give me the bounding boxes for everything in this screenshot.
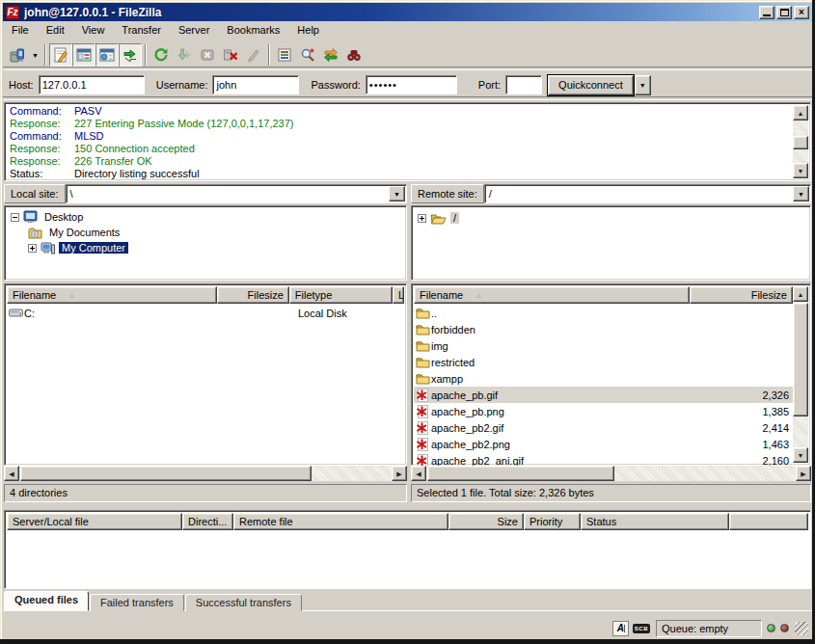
scroll-left-button[interactable]: ◀ [411,466,426,481]
find-files-button[interactable] [342,43,366,67]
tree-item-my-computer[interactable]: My Computer [11,240,406,255]
desktop-icon [23,210,38,224]
port-input[interactable] [505,75,542,94]
combo-dropdown-button[interactable]: ▼ [793,186,809,201]
menu-file[interactable]: File [3,22,38,38]
remote-hscrollbar[interactable]: ◀ ▶ [411,466,811,481]
remote-file-row[interactable]: restricted [414,354,793,370]
toggle-message-log-button[interactable] [49,43,72,67]
menu-bookmarks[interactable]: Bookmarks [218,22,288,38]
synchronized-browsing-button[interactable] [319,43,342,67]
menu-server[interactable]: Server [170,22,218,38]
tree-item-my-documents[interactable]: My Documents [11,225,406,240]
column-header-remote-file[interactable]: Remote file [233,513,448,530]
scroll-down-button[interactable]: ▼ [793,447,808,463]
toggle-remote-tree-button[interactable] [95,43,119,67]
activity-led-green-icon [767,624,775,632]
remote-file-row[interactable]: apache_pb2.png1,463 [414,436,793,452]
scrollbar-thumb[interactable] [427,466,614,481]
resize-grip[interactable] [795,622,808,635]
remote-file-row[interactable]: apache_pb.png1,385 [414,403,793,419]
column-header-filetype[interactable]: Filetype [289,286,393,304]
process-queue-button[interactable] [173,43,196,67]
log-scrollbar[interactable]: ▲ ▼ [793,105,808,178]
menu-view[interactable]: View [73,22,114,38]
column-header-blank[interactable] [729,513,808,530]
filter-button[interactable] [273,43,296,67]
column-header-status[interactable]: Status [581,513,729,530]
scroll-right-button[interactable]: ▶ [796,466,811,481]
host-input[interactable] [39,75,145,94]
scroll-left-button[interactable]: ◀ [4,466,19,481]
column-header-local-file[interactable]: Server/Local file [7,513,182,530]
maximize-button[interactable] [776,6,792,19]
remote-file-row[interactable]: img [414,337,793,354]
toggle-local-tree-button[interactable] [72,43,95,67]
tree-item-root[interactable]: / [418,210,810,226]
scrollbar-thumb[interactable] [793,136,808,149]
remote-file-row[interactable]: .. [414,305,793,321]
scroll-right-button[interactable]: ▶ [392,466,407,481]
scroll-up-button[interactable]: ▲ [793,286,808,302]
message-log-icon [53,47,68,63]
toolbar-separator [44,44,46,66]
scroll-up-button[interactable]: ▲ [793,105,808,121]
column-header-direction[interactable]: Directi... [182,513,233,530]
menu-transfer[interactable]: Transfer [113,22,170,38]
column-header-filesize[interactable]: Filesize [690,286,793,304]
column-header-priority[interactable]: Priority [524,513,581,530]
local-hscrollbar[interactable]: ◀ ▶ [4,466,407,481]
scrollbar-thumb[interactable] [20,466,312,481]
minimize-button[interactable] [759,6,774,19]
close-button[interactable]: × [794,6,809,19]
password-input[interactable] [366,75,457,94]
site-manager-dropdown[interactable]: ▼ [29,43,41,67]
remote-file-row[interactable]: xampp [414,370,793,387]
tab-successful-transfers[interactable]: Successful transfers [185,594,302,611]
quickconnect-dropdown[interactable]: ▼ [635,75,651,95]
directory-comparison-button[interactable] [296,43,319,67]
remote-file-row-selected[interactable]: apache_pb.gif2,326 [414,387,793,403]
remote-file-row[interactable]: forbidden [414,321,793,337]
scrollbar-thumb[interactable] [793,303,808,416]
menu-help[interactable]: Help [288,22,328,38]
column-header-filesize[interactable]: Filesize [217,286,289,304]
image-file-icon [414,438,431,451]
expand-expander-icon[interactable] [28,244,37,253]
scroll-right-icon: ▶ [801,470,805,477]
expand-expander-icon[interactable] [418,214,426,223]
tree-item-desktop[interactable]: Desktop [11,209,406,225]
toggle-queue-button[interactable] [119,43,142,67]
local-site-combobox[interactable]: \ ▼ [66,184,407,203]
indicator-badge-icon[interactable]: SCB [633,624,650,633]
reconnect-button[interactable] [242,43,265,67]
transfer-type-indicator-icon[interactable]: A [612,621,629,636]
quickconnect-button[interactable]: Quickconnect [548,75,634,95]
remote-site-combobox[interactable]: / ▼ [484,184,811,203]
cancel-operation-button[interactable] [196,43,219,67]
titlebar[interactable]: Fz john@127.0.0.1 - FileZilla × [3,3,812,21]
log-line: Response:227 Entering Passive Mode (127,… [5,118,810,130]
sort-ascending-icon: ▵ [69,290,74,300]
tab-failed-transfers[interactable]: Failed transfers [90,594,184,611]
refresh-button[interactable] [149,43,173,67]
tab-queued-files[interactable]: Queued files [4,591,89,611]
column-header-truncated[interactable]: L [393,286,404,304]
column-header-filename[interactable]: Filename▵ [7,286,217,304]
menu-edit[interactable]: Edit [38,22,73,38]
local-file-row[interactable]: C: Local Disk [7,305,404,321]
site-manager-button[interactable] [6,43,29,67]
scroll-down-button[interactable]: ▼ [793,163,808,178]
combo-dropdown-button[interactable]: ▼ [389,186,405,201]
tree-item-label: / [450,212,459,224]
disconnect-button[interactable] [219,43,242,67]
column-header-size[interactable]: Size [448,513,524,530]
local-list-header: Filename▵ Filesize Filetype L [7,286,404,304]
collapse-expander-icon[interactable] [11,213,19,222]
binoculars-icon [346,47,362,63]
username-input[interactable] [212,75,299,94]
remote-file-row[interactable]: apache_pb2.gif2,414 [414,419,793,436]
column-header-filename[interactable]: Filename▵ [414,286,690,304]
remote-list-scrollbar[interactable]: ▲ ▼ [793,286,808,463]
transfer-queue: Server/Local file Directi... Remote file… [4,510,811,589]
